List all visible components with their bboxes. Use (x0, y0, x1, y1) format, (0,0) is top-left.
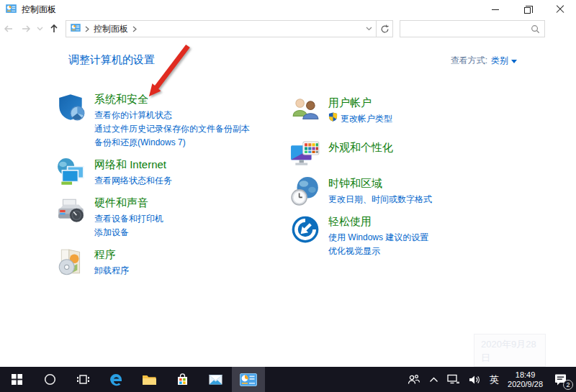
control-panel-taskbar-button[interactable] (232, 367, 265, 392)
search-box (400, 20, 545, 37)
tooltip-date: 2020年9月28日 (481, 337, 539, 365)
up-arrow-icon (48, 23, 60, 35)
minimize-button[interactable] (479, 0, 511, 19)
cortana-button[interactable] (33, 367, 66, 392)
appearance-monitor-icon (290, 140, 320, 170)
security-shield-icon (56, 92, 86, 122)
system-tray: 英 18:492020/9/28 2 (408, 367, 576, 392)
link-change-date-time-format[interactable]: 更改日期、时间或数字格式 (328, 193, 432, 206)
link-optimize-visual-display[interactable]: 优化视觉显示 (328, 245, 428, 258)
close-icon (556, 5, 564, 14)
file-explorer-button[interactable] (132, 367, 166, 392)
view-by-control: 查看方式: 类别 (451, 55, 517, 67)
store-button[interactable] (166, 367, 199, 392)
forward-icon (20, 23, 32, 35)
clock[interactable]: 18:492020/9/28 (508, 370, 543, 389)
breadcrumb-root[interactable]: 控制面板 (94, 23, 128, 35)
volume-button[interactable] (469, 375, 481, 385)
address-dropdown-button[interactable] (361, 21, 376, 37)
ease-of-access-icon (290, 214, 320, 245)
caret-down-icon (511, 60, 517, 63)
link-view-devices-printers[interactable]: 查看设备和打印机 (94, 212, 163, 226)
link-change-account-type[interactable]: 更改帐户类型 (328, 112, 392, 126)
restore-icon (524, 7, 531, 14)
category-column-right: 用户帐户 更改帐户类型 外观和个性化 (290, 96, 542, 266)
control-panel-window: 控制面板 控制面板 (0, 0, 576, 392)
category-title-hardware-sound[interactable]: 硬件和声音 (94, 196, 148, 210)
category-title-user-accounts[interactable]: 用户帐户 (328, 96, 372, 110)
back-button[interactable] (0, 20, 17, 37)
link-view-network-status[interactable]: 查看网络状态和任务 (94, 174, 172, 188)
edge-button[interactable] (99, 367, 132, 392)
close-button[interactable] (544, 0, 576, 19)
link-uninstall-program[interactable]: 卸载程序 (94, 264, 129, 278)
refresh-button[interactable] (377, 20, 393, 37)
category-clock-region: 时钟和区域 更改日期、时间或数字格式 (290, 176, 542, 206)
breadcrumb-separator-icon (85, 26, 89, 32)
link-backup-restore-win7[interactable]: 备份和还原(Windows 7) (94, 136, 250, 150)
category-hardware-sound: 硬件和声音 查看设备和打印机 添加设备 (56, 196, 287, 240)
restore-button[interactable] (511, 0, 544, 19)
category-title-system-security[interactable]: 系统和安全 (94, 92, 148, 106)
file-explorer-icon (143, 375, 156, 385)
start-button[interactable] (0, 367, 33, 392)
link-file-history-backup[interactable]: 通过文件历史记录保存你的文件备份副本 (94, 122, 250, 136)
volume-icon (469, 375, 481, 385)
search-input[interactable] (400, 22, 526, 36)
titlebar: 控制面板 (0, 0, 576, 19)
people-button[interactable] (408, 374, 420, 386)
link-view-computer-status[interactable]: 查看你的计算机状态 (94, 109, 250, 122)
category-programs: 程序 卸载程序 (56, 247, 287, 278)
store-icon (176, 373, 189, 386)
task-view-icon (77, 374, 89, 385)
category-appearance-personalization: 外观和个性化 (290, 140, 542, 170)
category-user-accounts: 用户帐户 更改帐户类型 (290, 96, 542, 126)
search-icon[interactable] (526, 24, 544, 34)
category-title-appearance[interactable]: 外观和个性化 (328, 140, 393, 155)
link-add-device[interactable]: 添加设备 (94, 226, 163, 240)
date-tooltip: 2020年9月28日 星期一 (474, 334, 546, 367)
tray-time: 18:49 (516, 370, 536, 379)
cortana-icon (44, 373, 56, 386)
tray-date: 2020/9/28 (508, 380, 543, 388)
control-panel-icon (240, 373, 257, 386)
network-globe-icon (56, 158, 86, 188)
action-center-button[interactable]: 2 (552, 372, 570, 388)
language-indicator[interactable]: 英 (490, 373, 499, 386)
page-title: 调整计算机的设置 (68, 53, 155, 67)
chevron-down-icon (366, 27, 372, 31)
refresh-icon (380, 24, 390, 34)
link-windows-suggested-settings[interactable]: 使用 Windows 建议的设置 (328, 231, 428, 245)
breadcrumb: 控制面板 (66, 23, 361, 35)
task-view-button[interactable] (66, 367, 99, 392)
minimize-icon (492, 9, 499, 10)
category-title-programs[interactable]: 程序 (94, 247, 116, 262)
mail-button[interactable] (199, 367, 232, 392)
network-icon (447, 374, 460, 385)
category-title-ease-of-access[interactable]: 轻松使用 (328, 214, 372, 229)
window-title: 控制面板 (22, 4, 56, 16)
control-panel-icon (71, 24, 81, 34)
chevron-down-icon (37, 27, 43, 31)
clock-region-icon (290, 176, 320, 206)
address-bar[interactable]: 控制面板 (66, 20, 377, 37)
mail-icon (209, 375, 222, 385)
breadcrumb-separator-icon (132, 26, 137, 32)
recent-pages-button[interactable] (35, 20, 45, 37)
uac-shield-icon (328, 112, 338, 126)
taskbar: 英 18:492020/9/28 2 (0, 367, 576, 392)
category-ease-of-access: 轻松使用 使用 Windows 建议的设置 优化视觉显示 (290, 214, 542, 258)
up-button[interactable] (45, 20, 63, 37)
user-accounts-icon (290, 96, 320, 126)
category-title-clock-region[interactable]: 时钟和区域 (328, 176, 382, 191)
view-by-value[interactable]: 类别 (491, 55, 517, 67)
windows-logo-icon (12, 374, 22, 385)
category-column-left: 系统和安全 查看你的计算机状态 通过文件历史记录保存你的文件备份副本 备份和还原… (56, 92, 287, 286)
view-by-label: 查看方式: (451, 55, 487, 67)
forward-button[interactable] (17, 20, 35, 37)
back-icon (3, 23, 14, 35)
network-button[interactable] (447, 374, 460, 385)
show-hidden-icons-button[interactable] (429, 376, 438, 383)
navigation-bar: 控制面板 (0, 19, 576, 39)
category-title-network-internet[interactable]: 网络和 Internet (94, 158, 166, 172)
